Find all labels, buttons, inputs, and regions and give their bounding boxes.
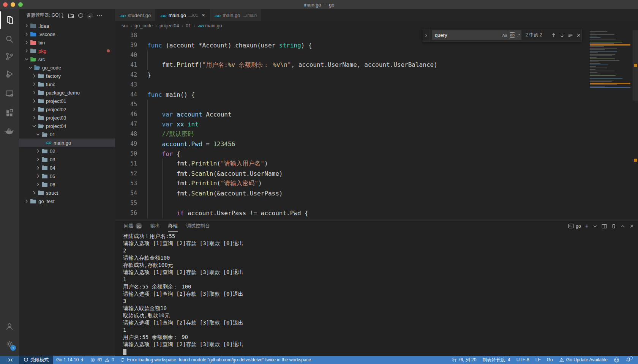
toggle-replace-icon[interactable]: ›	[423, 29, 430, 41]
remote-indicator[interactable]	[0, 356, 19, 364]
line-number[interactable]: 55	[115, 200, 137, 206]
tab-main.go.../01[interactable]: -GOmain.go.../01×	[156, 9, 210, 21]
line-number[interactable]: 44	[115, 91, 137, 98]
explorer-icon[interactable]	[0, 11, 19, 29]
feedback-icon[interactable]	[611, 356, 622, 364]
new-file-icon[interactable]	[58, 13, 65, 19]
chevron-collapsed-icon[interactable]	[24, 198, 30, 204]
line-number[interactable]: 39	[115, 42, 137, 49]
tree-item-02[interactable]: 02	[19, 147, 115, 155]
line-number[interactable]: 43	[115, 81, 137, 88]
code-line-41[interactable]: 41 fmt.Printf("用户名:%v 余额剩余： %v\n", accou…	[115, 60, 638, 70]
split-terminal-icon[interactable]	[602, 224, 607, 229]
line-number[interactable]: 51	[115, 160, 137, 167]
terminal-output[interactable]: 登陆成功！用户名:55请输入选项 [1]查询 [2]存款 [3]取款 [0]退出…	[115, 231, 638, 356]
terminal-picker[interactable]: go	[568, 223, 581, 229]
breadcrumb-item[interactable]: 01	[186, 23, 191, 28]
panel-tab-输出[interactable]: 输出	[150, 221, 160, 231]
chevron-collapsed-icon[interactable]	[35, 173, 41, 179]
regex-icon[interactable]: .*	[517, 33, 520, 38]
more-actions-icon[interactable]	[96, 13, 103, 19]
chevron-collapsed-icon[interactable]	[24, 48, 30, 54]
tree-item-main.go[interactable]: -GOmain.go	[19, 139, 115, 147]
chevron-expanded-icon[interactable]	[27, 65, 33, 71]
line-number[interactable]: 49	[115, 140, 137, 147]
line-number[interactable]: 47	[115, 121, 137, 128]
code-line-51[interactable]: 51 fmt.Println("请输入用户名")	[115, 159, 638, 169]
line-number[interactable]: 45	[115, 101, 137, 108]
panel-tab-终端[interactable]: 终端	[168, 221, 178, 232]
tree-item-05[interactable]: 05	[19, 172, 115, 180]
run-debug-icon[interactable]	[0, 65, 19, 83]
breadcrumb-file[interactable]: -GOmain.go	[198, 23, 222, 28]
go-version-status[interactable]: Go 1.14.10	[53, 356, 87, 364]
tree-item-package_demo[interactable]: package_demo	[19, 88, 115, 97]
collapse-all-icon[interactable]	[87, 13, 93, 19]
chevron-expanded-icon[interactable]	[31, 123, 37, 129]
encoding-status[interactable]: UTF-8	[513, 356, 532, 364]
code-line-45[interactable]: 45	[115, 99, 638, 109]
tree-item-project01[interactable]: project01	[19, 97, 115, 105]
code-line-44[interactable]: 44func main() {	[115, 90, 638, 99]
tree-item-03[interactable]: 03	[19, 155, 115, 164]
notifications-bell-icon[interactable]	[622, 356, 634, 364]
indentation-status[interactable]: 制表符长度: 4	[479, 356, 513, 364]
zoom-window-button[interactable]	[18, 2, 23, 7]
line-number[interactable]: 40	[115, 52, 137, 58]
line-number[interactable]: 41	[115, 61, 137, 68]
chevron-collapsed-icon[interactable]	[31, 190, 37, 196]
chevron-collapsed-icon[interactable]	[31, 73, 37, 79]
line-number[interactable]: 48	[115, 131, 137, 137]
close-find-icon[interactable]	[576, 33, 581, 38]
extensions-icon[interactable]	[0, 104, 19, 121]
chevron-expanded-icon[interactable]	[35, 131, 41, 137]
close-tab-icon[interactable]: ×	[202, 12, 205, 18]
line-number[interactable]: 46	[115, 111, 137, 118]
chevron-collapsed-icon[interactable]	[24, 39, 30, 46]
cursor-position-status[interactable]: 行 76, 列 20	[449, 356, 479, 364]
maximize-panel-icon[interactable]	[621, 224, 625, 228]
chevron-collapsed-icon[interactable]	[31, 106, 37, 112]
tree-item-bin[interactable]: bin	[19, 38, 115, 47]
eol-status[interactable]: LF	[532, 356, 544, 364]
search-icon[interactable]	[0, 30, 19, 48]
tree-item-func[interactable]: func	[19, 80, 115, 88]
tree-item-go_test[interactable]: go_test	[19, 197, 115, 205]
language-status[interactable]: Go	[544, 356, 556, 364]
new-folder-icon[interactable]	[68, 13, 74, 19]
code-line-56[interactable]: 56 if account.UserPass != account.Pwd {	[115, 208, 638, 218]
code-line-49[interactable]: 49 account.Pwd = 123456	[115, 139, 638, 149]
tree-item-01[interactable]: 01	[19, 130, 115, 139]
breadcrumb-item[interactable]: go_code	[134, 23, 153, 28]
tab-student.go[interactable]: -GOstudent.go	[115, 9, 156, 21]
line-number[interactable]: 50	[115, 150, 137, 157]
new-terminal-icon[interactable]: +	[585, 223, 589, 229]
code-line-46[interactable]: 46 var account Account	[115, 109, 638, 119]
code-line-43[interactable]: 43	[115, 80, 638, 90]
chevron-expanded-icon[interactable]	[24, 56, 30, 62]
breadcrumb-item[interactable]: src	[122, 23, 128, 28]
minimap[interactable]	[590, 31, 630, 89]
code-line-55[interactable]: 55	[115, 198, 638, 208]
code-line-54[interactable]: 54 fmt.Scanln(&account.UserPass)	[115, 188, 638, 198]
source-control-icon[interactable]	[0, 48, 19, 65]
tree-item-project04[interactable]: project04	[19, 122, 115, 130]
find-query-text[interactable]: query	[435, 32, 502, 38]
tree-item-04[interactable]: 04	[19, 164, 115, 172]
settings-gear-icon[interactable]: 1	[0, 335, 19, 353]
chevron-collapsed-icon[interactable]	[35, 148, 41, 154]
line-number[interactable]: 52	[115, 170, 137, 177]
chevron-collapsed-icon[interactable]	[35, 181, 41, 188]
panel-tab-问题[interactable]: 问题61	[124, 221, 142, 231]
code-line-42[interactable]: 42}	[115, 70, 638, 80]
editor-scrollbar[interactable]	[633, 30, 638, 221]
minimize-window-button[interactable]	[11, 2, 15, 7]
line-number[interactable]: 54	[115, 190, 137, 197]
refresh-icon[interactable]	[77, 13, 84, 19]
whole-word-icon[interactable]: ab	[510, 33, 515, 38]
account-icon[interactable]	[0, 318, 19, 335]
panel-tab-调试控制台[interactable]: 调试控制台	[186, 221, 210, 231]
terminal-dropdown-icon[interactable]	[593, 224, 597, 228]
code-line-40[interactable]: 40	[115, 50, 638, 60]
match-case-icon[interactable]: Aa	[502, 33, 507, 38]
